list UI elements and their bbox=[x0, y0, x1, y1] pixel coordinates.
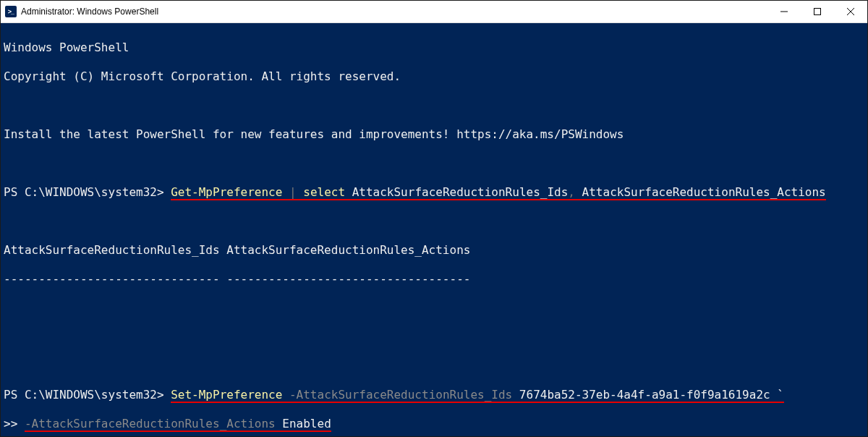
underline-gap bbox=[282, 388, 289, 403]
underline-gap bbox=[770, 388, 778, 403]
terminal-line: Install the latest PowerShell for new fe… bbox=[4, 127, 864, 142]
window-title: Administrator: Windows PowerShell bbox=[21, 7, 158, 17]
close-button[interactable] bbox=[834, 1, 867, 22]
cmdlet-select: select bbox=[303, 185, 345, 200]
cmdlet-get: Get-MpPreference bbox=[171, 185, 282, 200]
title-bar[interactable]: Administrator: Windows PowerShell bbox=[1, 1, 867, 23]
powershell-icon bbox=[5, 6, 17, 17]
window-controls bbox=[767, 1, 867, 22]
terminal-content[interactable]: Windows PowerShell Copyright (C) Microso… bbox=[1, 23, 867, 436]
terminal-line: Windows PowerShell bbox=[4, 41, 864, 55]
blank-line bbox=[4, 98, 864, 113]
blank-line bbox=[4, 359, 864, 373]
cmdlet-set: Set-MpPreference bbox=[171, 388, 282, 403]
table-divider: ------------------------------- --------… bbox=[4, 272, 864, 287]
continuation: >> bbox=[4, 417, 17, 430]
param-ids: -AttackSurfaceReductionRules_Ids bbox=[289, 388, 512, 403]
blank-line bbox=[4, 301, 864, 315]
param-actions: -AttackSurfaceReductionRules_Actions bbox=[25, 417, 276, 432]
powershell-window: Administrator: Windows PowerShell Window… bbox=[0, 0, 868, 437]
underline-gap bbox=[276, 417, 283, 432]
arg-enabled: Enabled bbox=[282, 417, 331, 432]
svg-rect-0 bbox=[814, 9, 821, 15]
table-header: AttackSurfaceReductionRules_Ids AttackSu… bbox=[4, 243, 864, 258]
pipe: | bbox=[289, 185, 297, 200]
blank-line bbox=[4, 156, 864, 171]
underline-gap bbox=[282, 185, 289, 200]
minimize-button[interactable] bbox=[767, 1, 801, 22]
underline-gap bbox=[512, 388, 519, 403]
blank-line bbox=[4, 214, 864, 229]
underline-gap bbox=[297, 185, 304, 200]
terminal-line: Copyright (C) Microsoft Corporation. All… bbox=[4, 69, 864, 84]
blank-line bbox=[4, 330, 864, 344]
arg-actions: AttackSurfaceReductionRules_Actions bbox=[582, 185, 826, 200]
underline-gap bbox=[575, 185, 582, 200]
title-bar-left: Administrator: Windows PowerShell bbox=[1, 6, 158, 17]
arg-ids: AttackSurfaceReductionRules_Ids bbox=[352, 185, 569, 200]
guid: 7674ba52-37eb-4a4f-a9a1-f0f9a1619a2c bbox=[519, 388, 770, 403]
underline-gap bbox=[345, 185, 352, 200]
terminal-line: PS C:\WINDOWS\system32> Set-MpPreference… bbox=[4, 388, 864, 402]
maximize-button[interactable] bbox=[801, 1, 834, 22]
terminal-line: PS C:\WINDOWS\system32> Get-MpPreference… bbox=[4, 185, 864, 200]
backtick: ` bbox=[777, 388, 784, 403]
prompt: PS C:\WINDOWS\system32> bbox=[4, 185, 164, 199]
comma: , bbox=[568, 185, 575, 200]
terminal-line: >> -AttackSurfaceReductionRules_Actions … bbox=[4, 417, 864, 431]
prompt: PS C:\WINDOWS\system32> bbox=[4, 388, 164, 402]
